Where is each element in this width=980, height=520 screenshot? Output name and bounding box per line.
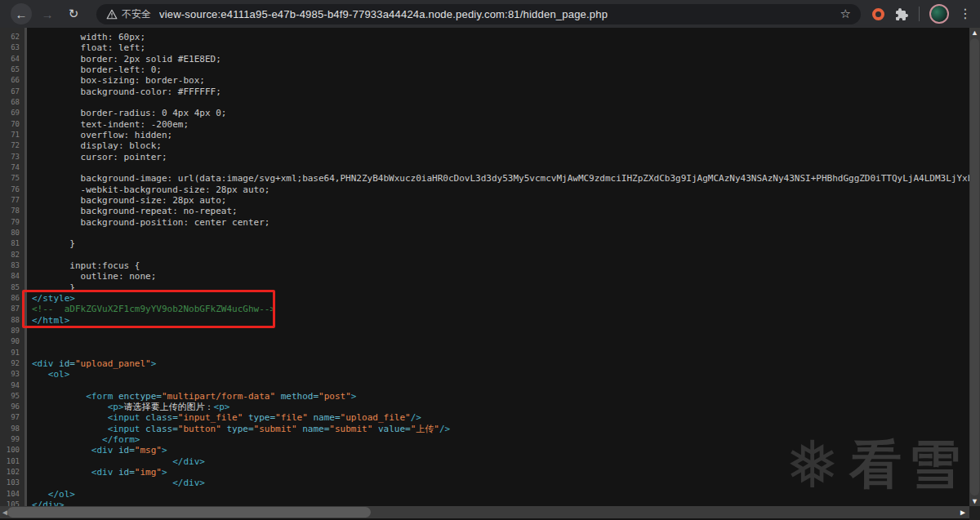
line-number: 77 <box>0 195 27 206</box>
line-number: 86 <box>0 293 27 304</box>
line-number: 72 <box>0 140 27 151</box>
code-text: width: 60px; <box>27 32 145 42</box>
line-number: 62 <box>0 32 27 42</box>
code-text: box-sizing: border-box; <box>27 75 205 86</box>
source-line: 68 <box>0 97 969 108</box>
source-line: 75 background-image: url(data:image/svg+… <box>0 173 969 184</box>
code-text: </html> <box>27 315 69 326</box>
code-text: <div id="msg"> <box>27 445 167 456</box>
line-number: 88 <box>0 315 27 326</box>
line-number: 76 <box>0 184 27 195</box>
source-line: 97 <input class="input_file" type="file"… <box>0 412 969 423</box>
back-button[interactable]: ← <box>11 3 32 24</box>
code-text: } <box>27 238 75 249</box>
source-line: 91 <box>0 348 969 358</box>
source-line: 69 border-radius: 0 4px 4px 0; <box>0 108 969 118</box>
source-line: 76 -webkit-background-size: 28px auto; <box>0 184 969 195</box>
line-number: 70 <box>0 119 27 130</box>
scroll-right-icon[interactable]: ► <box>959 506 967 518</box>
source-line: 70 text-indent: -200em; <box>0 119 969 130</box>
source-line: 92<div id="upload_panel"> <box>0 358 969 369</box>
line-number: 79 <box>0 217 27 228</box>
reload-button[interactable]: ↻ <box>63 3 84 24</box>
line-number: 90 <box>0 336 27 347</box>
code-text: border-left: 0; <box>27 64 162 75</box>
source-line: 64 border: 2px solid #E1E8ED; <box>0 54 969 64</box>
code-text: } <box>27 282 75 293</box>
code-text: </div> <box>27 456 205 467</box>
extension-ring-icon[interactable] <box>872 8 884 20</box>
source-line: 78 background-repeat: no-repeat; <box>0 206 969 216</box>
line-number: 74 <box>0 162 27 173</box>
forward-button[interactable]: → <box>37 3 58 24</box>
code-text: <form enctype="multipart/form-data" meth… <box>27 391 356 402</box>
line-number: 81 <box>0 238 27 249</box>
line-number: 99 <box>0 434 27 445</box>
line-number: 103 <box>0 478 27 488</box>
code-text: </div> <box>27 478 205 488</box>
code-text: background-size: 28px auto; <box>27 195 226 206</box>
code-text: <input class="button" type="submit" name… <box>27 424 450 434</box>
code-text: border: 2px solid #E1E8ED; <box>27 54 221 64</box>
source-line: 95 <form enctype="multipart/form-data" m… <box>0 391 969 402</box>
source-line: 85 } <box>0 282 969 293</box>
code-text <box>27 326 32 336</box>
browser-menu-icon[interactable]: ⋮ <box>959 7 972 20</box>
code-text <box>27 348 32 358</box>
code-text <box>27 162 32 173</box>
line-number: 63 <box>0 42 27 53</box>
source-line: 63 float: left; <box>0 42 969 53</box>
line-number: 89 <box>0 326 27 336</box>
horizontal-scroll-thumb[interactable] <box>7 507 371 518</box>
code-text: </ol> <box>27 489 75 500</box>
code-text: <input class="input_file" type="file" na… <box>27 412 421 423</box>
profile-avatar[interactable] <box>929 4 949 24</box>
line-number: 82 <box>0 250 27 260</box>
source-line: 72 display: block; <box>0 140 969 151</box>
extensions-puzzle-icon[interactable] <box>894 7 909 21</box>
horizontal-scrollbar[interactable]: ◄ ► <box>0 506 969 518</box>
code-text: </form> <box>27 434 140 445</box>
scrollbar-corner <box>969 506 980 520</box>
line-number: 73 <box>0 152 27 162</box>
code-text: border-radius: 0 4px 4px 0; <box>27 108 226 118</box>
source-line: 90 <box>0 336 969 347</box>
code-text: input:focus { <box>27 260 140 271</box>
code-text <box>27 228 32 238</box>
bookmark-star-icon[interactable]: ☆ <box>840 7 851 21</box>
source-line: 83 input:focus { <box>0 260 969 271</box>
scroll-up-icon[interactable]: ▲ <box>969 28 980 38</box>
vertical-scroll-thumb[interactable] <box>970 38 979 496</box>
source-line: 67 background-color: #FFFFFF; <box>0 87 969 97</box>
line-number: 104 <box>0 489 27 500</box>
url-text[interactable]: view-source:e4111a95-e47b-4985-b4f9-7793… <box>159 8 834 20</box>
source-line: 62 width: 60px; <box>0 32 969 42</box>
warning-triangle-icon <box>106 9 118 20</box>
source-line: 89 <box>0 326 969 336</box>
line-number: 80 <box>0 228 27 238</box>
code-text <box>27 97 32 108</box>
line-number: 98 <box>0 424 27 434</box>
source-line: 87<!-- aDFkZGVuX2F1cm9yYV9ob2NobGFkZW4uc… <box>0 304 969 314</box>
line-number: 75 <box>0 173 27 184</box>
vertical-scrollbar[interactable]: ▲ ▼ <box>969 28 980 506</box>
source-line: 71 overflow: hidden; <box>0 130 969 140</box>
code-text: overflow: hidden; <box>27 130 172 140</box>
address-bar[interactable]: 不安全 view-source:e4111a95-e47b-4985-b4f9-… <box>96 4 861 24</box>
line-number: 97 <box>0 412 27 423</box>
back-icon: ← <box>16 7 28 21</box>
line-number: 96 <box>0 402 27 412</box>
code-text: outline: none; <box>27 271 156 282</box>
kanxue-watermark: ❅ 看雪 <box>785 429 967 500</box>
code-text <box>27 336 32 347</box>
line-number: 65 <box>0 64 27 75</box>
code-text: background-position: center center; <box>27 217 270 228</box>
source-line: 80 <box>0 228 969 238</box>
browser-toolbar: ← → ↻ 不安全 view-source:e4111a95-e47b-4985… <box>0 0 980 28</box>
line-number: 105 <box>0 500 27 506</box>
line-number: 66 <box>0 75 27 86</box>
code-text: <ol> <box>27 369 69 380</box>
security-chip[interactable]: 不安全 <box>106 7 151 21</box>
scroll-down-icon[interactable]: ▼ <box>969 496 980 506</box>
source-line: 77 background-size: 28px auto; <box>0 195 969 206</box>
